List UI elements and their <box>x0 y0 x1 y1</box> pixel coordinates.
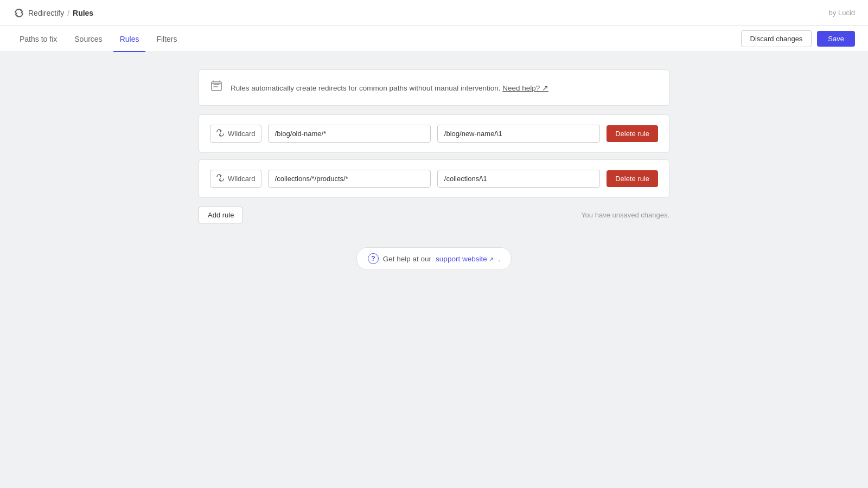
rule-card-2: Wildcard Delete rule <box>199 159 669 198</box>
help-pill: ? Get help at our support website ↗ . <box>356 247 512 270</box>
wildcard-badge-1: Wildcard <box>210 125 261 143</box>
external-link-icon: ↗ <box>489 256 494 262</box>
tab-filters[interactable]: Filters <box>150 27 183 52</box>
tab-paths-to-fix[interactable]: Paths to fix <box>13 27 63 52</box>
by-lucid-label: by Lucid <box>829 9 855 17</box>
delete-rule-button-2[interactable]: Delete rule <box>607 170 658 187</box>
wildcard-icon-1 <box>216 129 225 139</box>
rule-source-input-2[interactable] <box>268 170 431 188</box>
tab-sources[interactable]: Sources <box>68 27 108 52</box>
tab-rules[interactable]: Rules <box>113 27 146 52</box>
support-website-link[interactable]: support website ↗ <box>436 255 494 263</box>
rule-card-1: Wildcard Delete rule <box>199 114 669 153</box>
toolbar-actions: Discard changes Save <box>741 30 855 47</box>
breadcrumb-separator: / <box>67 9 69 17</box>
nav-tabs: Paths to fix Sources Rules Filters Disca… <box>0 26 868 52</box>
info-text: Rules automatically create redirects for… <box>231 84 548 92</box>
help-suffix-text: . <box>498 255 500 263</box>
main-content: Rules automatically create redirects for… <box>190 69 678 270</box>
info-board-icon <box>210 80 223 95</box>
need-help-link[interactable]: Need help? ↗ <box>502 84 548 92</box>
brand-logo[interactable]: Redirectify <box>13 7 64 19</box>
rule-source-input-1[interactable] <box>268 125 431 143</box>
page-title: Rules <box>73 9 93 17</box>
discard-changes-button[interactable]: Discard changes <box>741 30 812 47</box>
help-question-icon: ? <box>368 253 379 264</box>
wildcard-label-2: Wildcard <box>228 175 256 183</box>
logo-icon <box>13 7 25 19</box>
unsaved-changes-text: You have unsaved changes. <box>581 211 669 219</box>
wildcard-icon-2 <box>216 174 225 184</box>
help-prefix-text: Get help at our <box>383 255 431 263</box>
add-rule-row: Add rule You have unsaved changes. <box>199 204 669 226</box>
help-footer: ? Get help at our support website ↗ . <box>199 247 669 270</box>
breadcrumb: Redirectify / Rules <box>13 7 93 19</box>
rule-destination-input-2[interactable] <box>437 170 600 188</box>
wildcard-badge-2: Wildcard <box>210 170 261 188</box>
save-button[interactable]: Save <box>817 31 855 47</box>
top-bar: Redirectify / Rules by Lucid <box>0 0 868 26</box>
brand-name: Redirectify <box>28 9 64 17</box>
wildcard-label-1: Wildcard <box>228 130 256 138</box>
delete-rule-button-1[interactable]: Delete rule <box>607 125 658 142</box>
info-banner: Rules automatically create redirects for… <box>199 69 669 106</box>
add-rule-button[interactable]: Add rule <box>199 207 243 223</box>
tabs-list: Paths to fix Sources Rules Filters <box>13 26 184 52</box>
rule-destination-input-1[interactable] <box>437 125 600 143</box>
